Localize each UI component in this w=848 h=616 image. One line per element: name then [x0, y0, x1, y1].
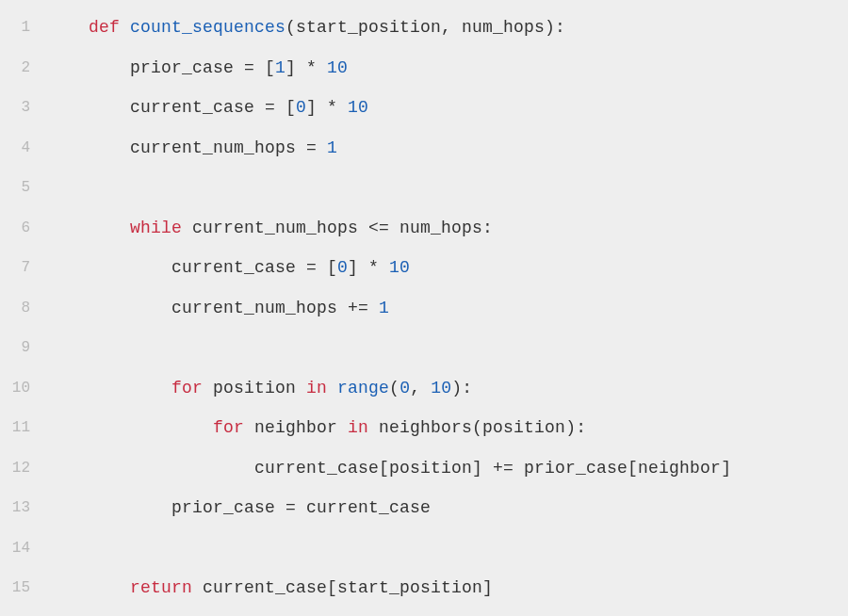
indent	[47, 379, 171, 397]
code-content: prior_case = current_case	[47, 498, 431, 517]
indent	[47, 18, 89, 37]
line-number: 7	[0, 259, 47, 276]
code-line: 6 while current_num_hops <= num_hops:	[0, 208, 848, 249]
line-number: 2	[0, 59, 47, 76]
token-id: current_case = [	[130, 98, 296, 117]
token-id: current_num_hops =	[130, 138, 327, 157]
code-line: 9	[0, 328, 848, 368]
token-num: 0	[400, 379, 410, 397]
code-line: 2 prior_case = [1] * 10	[0, 48, 848, 89]
token-id: (start_position, num_hops):	[285, 18, 565, 37]
token-num: 1	[327, 138, 337, 157]
indent	[47, 578, 130, 597]
token-id: ] *	[285, 58, 327, 77]
code-content: return current_case[start_position]	[47, 578, 493, 597]
token-id: neighbors(position):	[379, 418, 586, 437]
token-id: ] *	[348, 258, 389, 277]
token-fn: range	[337, 379, 389, 397]
indent	[47, 258, 171, 277]
code-line: 13 prior_case = current_case	[0, 488, 848, 528]
token-num: 10	[327, 58, 348, 77]
code-line: 1 def count_sequences(start_position, nu…	[0, 8, 848, 48]
code-line: 5	[0, 168, 848, 208]
token-id: current_num_hops +=	[171, 299, 379, 317]
token-kw: in	[348, 418, 379, 437]
indent	[47, 498, 171, 517]
token-fn: count_sequences	[130, 18, 285, 37]
indent	[47, 138, 130, 157]
token-id: (	[389, 379, 400, 397]
code-block: 1 def count_sequences(start_position, nu…	[0, 8, 848, 608]
indent	[47, 418, 213, 437]
code-line: 3 current_case = [0] * 10	[0, 88, 848, 128]
code-content: current_case = [0] * 10	[47, 98, 368, 117]
code-content: current_num_hops = 1	[47, 138, 337, 157]
token-num: 10	[431, 379, 451, 397]
token-num: 0	[296, 98, 306, 117]
code-content: prior_case = [1] * 10	[47, 58, 348, 77]
indent	[47, 58, 130, 77]
token-kw: return	[130, 578, 203, 597]
line-number: 3	[0, 99, 47, 116]
code-line: 15 return current_case[start_position]	[0, 568, 848, 608]
token-kw: while	[130, 219, 192, 237]
token-id: current_num_hops <= num_hops:	[192, 219, 493, 237]
code-content: current_case = [0] * 10	[47, 258, 410, 277]
code-content: current_num_hops += 1	[47, 299, 389, 317]
line-number: 8	[0, 300, 47, 316]
token-num: 1	[275, 58, 285, 77]
line-number: 5	[0, 179, 47, 196]
token-id: ,	[410, 379, 431, 397]
code-line: 4 current_num_hops = 1	[0, 128, 848, 169]
token-id: current_case = [	[171, 258, 337, 277]
token-id: position	[213, 379, 306, 397]
indent	[47, 98, 130, 117]
token-num: 10	[348, 98, 368, 117]
token-id: ):	[451, 379, 472, 397]
token-kw: in	[306, 379, 337, 397]
line-number: 12	[0, 460, 47, 477]
token-kw: for	[213, 418, 254, 437]
code-line: 12 current_case[position] += prior_case[…	[0, 448, 848, 489]
token-id: ] *	[306, 98, 348, 117]
line-number: 4	[0, 139, 47, 156]
line-number: 9	[0, 339, 47, 356]
code-content: for neighbor in neighbors(position):	[47, 418, 586, 437]
code-line: 8 current_num_hops += 1	[0, 288, 848, 329]
code-content: for position in range(0, 10):	[47, 379, 472, 397]
line-number: 6	[0, 219, 47, 236]
code-content: current_case[position] += prior_case[nei…	[47, 459, 731, 478]
token-kw: for	[171, 379, 213, 397]
code-line: 7 current_case = [0] * 10	[0, 248, 848, 288]
code-line: 14	[0, 528, 848, 569]
token-id: neighbor	[254, 418, 348, 437]
line-number: 1	[0, 19, 47, 36]
indent	[47, 219, 130, 237]
token-id: prior_case = [	[130, 58, 275, 77]
token-kw: def	[89, 18, 130, 37]
code-content: while current_num_hops <= num_hops:	[47, 219, 493, 237]
token-id: current_case[position] += prior_case[nei…	[254, 459, 731, 478]
code-line: 10 for position in range(0, 10):	[0, 368, 848, 409]
line-number: 14	[0, 540, 47, 557]
code-content: def count_sequences(start_position, num_…	[47, 18, 565, 37]
line-number: 13	[0, 499, 47, 516]
indent	[47, 299, 171, 317]
token-id: prior_case = current_case	[171, 498, 431, 517]
token-num: 10	[389, 258, 410, 277]
line-number: 15	[0, 579, 47, 596]
line-number: 10	[0, 380, 47, 397]
code-line: 11 for neighbor in neighbors(position):	[0, 408, 848, 448]
indent	[47, 459, 254, 478]
token-id: current_case[start_position]	[203, 578, 493, 597]
token-num: 1	[379, 299, 389, 317]
line-number: 11	[0, 419, 47, 436]
token-num: 0	[337, 258, 348, 277]
